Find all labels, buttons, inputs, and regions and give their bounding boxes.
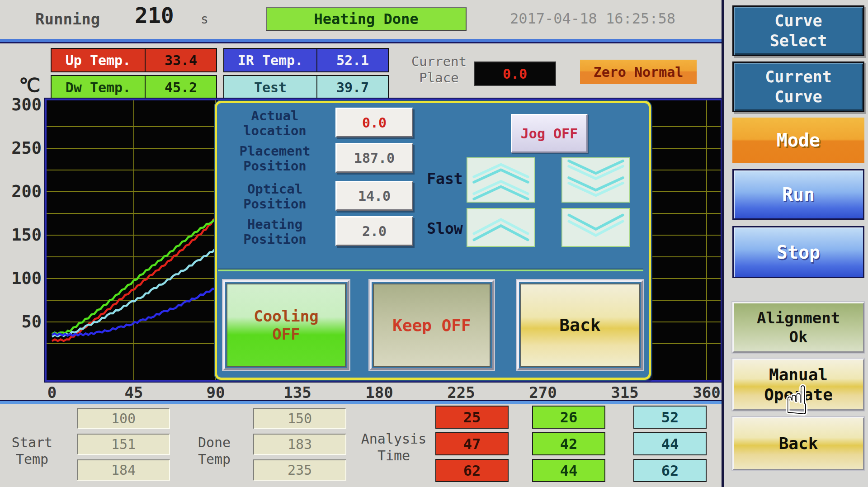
- y-axis-unit-label: ℃: [19, 74, 40, 96]
- slow-up-icon: [467, 209, 534, 246]
- optical-position-value[interactable]: 14.0: [335, 181, 413, 211]
- analysis-time-green-2: 42: [532, 432, 605, 455]
- up-temp-label: Up Temp.: [51, 48, 146, 72]
- running-seconds-value: 210: [135, 3, 174, 28]
- curve-select-line1: Curve: [770, 11, 827, 31]
- sidebar-run-button[interactable]: Run: [732, 169, 864, 220]
- dw-temp-label: Dw Temp.: [51, 75, 146, 99]
- cooling-off-face: Cooling OFF: [226, 284, 346, 367]
- x-tick-label: 225: [434, 383, 488, 402]
- y-tick-label: 200: [6, 182, 42, 201]
- done-temp-line1: Done: [183, 434, 246, 451]
- analysis-time-cyan-3: 62: [633, 459, 707, 482]
- x-tick-label: 90: [189, 383, 243, 402]
- start-temp-line2: Temp: [3, 451, 61, 468]
- y-tick-label: 300: [6, 95, 42, 114]
- heating-position-label: Heating Position: [221, 217, 329, 247]
- done-temp-value-2: 183: [253, 434, 346, 455]
- analysis-line1: Analysis: [355, 430, 432, 447]
- sidebar-stop-button[interactable]: Stop: [732, 226, 864, 278]
- slow-label: Slow: [421, 220, 468, 237]
- current-place-line2: Place: [405, 70, 473, 86]
- analysis-time-green-3: 44: [532, 459, 605, 482]
- datetime-display: 2017-04-18 16:25:58: [510, 10, 675, 27]
- done-temp-value-1: 150: [253, 408, 346, 429]
- test-temp-label: Test: [223, 75, 317, 99]
- heating-position-line2: Position: [221, 232, 329, 247]
- fast-label: Fast: [421, 170, 468, 188]
- up-temp-value: 33.4: [145, 48, 217, 72]
- analysis-time-red-2: 47: [435, 432, 509, 455]
- dw-temp-value: 45.2: [145, 75, 217, 99]
- dialog-separator: [218, 269, 643, 271]
- current-place-label: Current Place: [405, 53, 473, 86]
- analysis-time-red-1: 25: [435, 406, 509, 429]
- sidebar-mode-button[interactable]: Mode: [732, 118, 864, 163]
- curve-select-line2: Select: [770, 31, 827, 51]
- placement-position-line1: Placement: [221, 144, 329, 159]
- ir-temp-label: IR Temp.: [223, 48, 317, 72]
- y-tick-label: 50: [6, 312, 42, 331]
- x-tick-label: 45: [107, 383, 161, 402]
- analysis-time-cyan-1: 52: [633, 406, 707, 429]
- running-label: Running: [35, 10, 100, 28]
- analysis-time-label: Analysis Time: [355, 430, 432, 464]
- analysis-time-red-3: 62: [435, 459, 509, 482]
- actual-location-label: Actual location: [221, 109, 329, 138]
- heating-position-line1: Heating: [221, 217, 329, 232]
- done-temp-label: Done Temp: [183, 434, 246, 468]
- actual-location-line1: Actual: [221, 109, 329, 123]
- analysis-time-green-1: 26: [532, 406, 605, 429]
- fast-up-icon: [467, 158, 534, 202]
- placement-position-line2: Position: [221, 159, 329, 174]
- zero-status-badge: Zero Normal: [580, 60, 697, 84]
- ir-temp-value: 52.1: [316, 48, 389, 72]
- slow-down-icon: [562, 209, 629, 246]
- jog-off-button[interactable]: Jog OFF: [511, 114, 588, 153]
- cooling-line2: OFF: [254, 325, 318, 343]
- sidebar-current-curve-button[interactable]: CurrentCurve: [732, 61, 864, 112]
- sidebar-curve-select-button[interactable]: CurveSelect: [732, 5, 864, 56]
- top-divider: [0, 39, 722, 43]
- status-badge: Heating Done: [266, 7, 467, 31]
- current-curve-line2: Curve: [765, 87, 832, 107]
- fast-up-button[interactable]: [467, 157, 535, 203]
- x-tick-label: 180: [352, 383, 406, 402]
- done-temp-value-3: 235: [253, 459, 346, 481]
- bottom-divider: [0, 400, 722, 404]
- test-temp-value: 39.7: [316, 75, 389, 99]
- hand-cursor-icon: ☝: [785, 377, 809, 424]
- placement-position-label: Placement Position: [221, 144, 329, 174]
- manual-operate-dialog: Actual location 0.0 Placement Position 1…: [215, 101, 651, 380]
- actual-location-value: 0.0: [335, 108, 413, 137]
- slow-down-button[interactable]: [561, 208, 630, 247]
- slow-up-button[interactable]: [467, 208, 535, 247]
- running-unit: s: [201, 12, 208, 27]
- start-temp-value-2: 151: [77, 434, 170, 455]
- cooling-off-button[interactable]: Cooling OFF: [223, 280, 349, 370]
- y-tick-label: 100: [6, 269, 42, 288]
- optical-position-line1: Optical: [221, 182, 329, 197]
- start-temp-line1: Start: [3, 434, 61, 451]
- start-temp-label: Start Temp: [3, 434, 61, 468]
- current-place-line1: Current: [405, 53, 473, 70]
- keep-off-button[interactable]: Keep OFF: [370, 280, 494, 370]
- fast-down-icon: [562, 158, 629, 202]
- x-tick-label: 270: [516, 383, 570, 402]
- dialog-back-face: Back: [520, 284, 640, 367]
- placement-position-value[interactable]: 187.0: [335, 143, 413, 173]
- start-temp-value-3: 184: [77, 459, 170, 481]
- x-tick-label: 0: [25, 383, 79, 402]
- sidebar-back-button[interactable]: Back: [732, 417, 864, 470]
- sidebar-alignment-ok-button[interactable]: AlignmentOk: [732, 302, 864, 353]
- optical-position-label: Optical Position: [221, 182, 329, 212]
- optical-position-line2: Position: [221, 197, 329, 212]
- heating-position-value[interactable]: 2.0: [335, 216, 413, 246]
- y-tick-label: 150: [6, 225, 42, 245]
- fast-down-button[interactable]: [561, 157, 630, 203]
- current-curve-line1: Current: [765, 67, 832, 87]
- x-tick-label: 135: [270, 383, 325, 402]
- dialog-back-button[interactable]: Back: [517, 280, 643, 370]
- done-temp-line2: Temp: [183, 451, 246, 468]
- y-tick-label: 250: [6, 138, 42, 158]
